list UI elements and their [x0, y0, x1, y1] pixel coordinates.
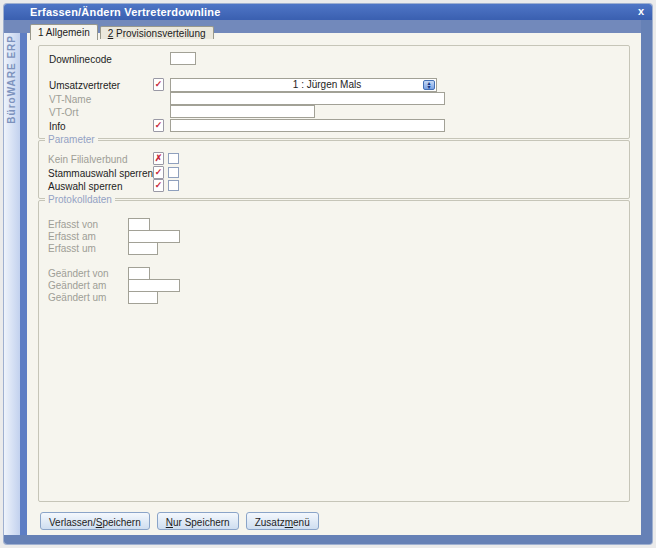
button-row: Verlassen/Speichern Nur Speichern Zusatz…	[40, 512, 319, 530]
tab-panel-allgemein: Downlinecode Umsatzvertreter ✓ 1 : Jürge…	[27, 33, 641, 535]
geaendert-am-label: Geändert am	[48, 280, 106, 292]
vt-name-input[interactable]	[170, 92, 445, 105]
brand-sidebar: BüroWARE ERP	[4, 33, 20, 535]
vt-ort-label: VT-Ort	[49, 107, 78, 119]
zusatzmenue-button[interactable]: Zusatzmenü	[246, 512, 319, 530]
tab-allgemein[interactable]: 1 Allgemein	[30, 24, 98, 40]
auswahl-sperren-label: Auswahl sperren	[48, 181, 122, 193]
geaendert-um-label: Geändert um	[48, 292, 106, 304]
kein-filialverbund-label: Kein Filialverbund	[48, 154, 128, 166]
edit-check-icon[interactable]: ✓	[153, 78, 164, 91]
auswahl-sperren-checkbox[interactable]	[168, 180, 179, 191]
info-input[interactable]	[170, 119, 445, 132]
sidebar-divider	[20, 33, 27, 535]
tab-bar: 1 Allgemein 2 Provisionsverteilung	[30, 24, 214, 40]
verlassen-speichern-button[interactable]: Verlassen/Speichern	[40, 512, 150, 530]
parameter-caption: Parameter	[45, 134, 98, 146]
window-frame-right	[641, 20, 652, 544]
kein-filialverbund-checkbox[interactable]	[168, 153, 179, 164]
window-title: Erfassen/Ändern Vertreterdownline	[30, 4, 221, 20]
tab-provisionsverteilung[interactable]: 2 Provisionsverteilung	[100, 26, 214, 39]
vt-name-label: VT-Name	[49, 94, 91, 106]
desktop-background: Erfassen/Ändern Vertreterdownline x Büro…	[0, 0, 656, 548]
info-label: Info	[49, 121, 66, 133]
edit-check-icon[interactable]: ✓	[153, 179, 164, 192]
close-icon[interactable]: x	[638, 4, 644, 19]
protokolldaten-group: Protokolldaten	[38, 200, 630, 502]
spinner-button[interactable]: ▴▾	[423, 80, 435, 90]
protokolldaten-caption: Protokolldaten	[45, 194, 115, 206]
geaendert-von-label: Geändert von	[48, 268, 109, 280]
erfasst-am-label: Erfasst am	[48, 231, 96, 243]
vt-ort-input[interactable]	[170, 105, 315, 118]
dialog-window: Erfassen/Ändern Vertreterdownline x Büro…	[4, 4, 652, 544]
window-frame-bottom	[4, 535, 652, 544]
downlinecode-input[interactable]	[170, 52, 196, 65]
nur-speichern-button[interactable]: Nur Speichern	[157, 512, 239, 530]
geaendert-um-input[interactable]	[128, 291, 158, 304]
umsatzvertreter-value: 1 : Jürgen Mals	[231, 79, 423, 91]
stammauswahl-sperren-label: Stammauswahl sperren	[48, 168, 153, 180]
spin-down-icon: ▾	[427, 85, 430, 89]
brand-vertical-text: BüroWARE ERP	[6, 35, 17, 124]
edit-check-icon[interactable]: ✓	[153, 119, 164, 132]
umsatzvertreter-label: Umsatzvertreter	[49, 80, 120, 92]
edit-check-icon[interactable]: ✓	[153, 166, 164, 179]
erfasst-um-input[interactable]	[128, 242, 158, 255]
downlinecode-label: Downlinecode	[49, 54, 112, 66]
erfasst-von-label: Erfasst von	[48, 219, 98, 231]
umsatzvertreter-combobox[interactable]: 1 : Jürgen Mals ▴▾	[170, 78, 437, 92]
edit-cross-icon[interactable]: ✗	[153, 152, 164, 165]
title-bar[interactable]: Erfassen/Ändern Vertreterdownline x	[4, 4, 652, 20]
erfasst-um-label: Erfasst um	[48, 243, 96, 255]
stammauswahl-sperren-checkbox[interactable]	[168, 167, 179, 178]
